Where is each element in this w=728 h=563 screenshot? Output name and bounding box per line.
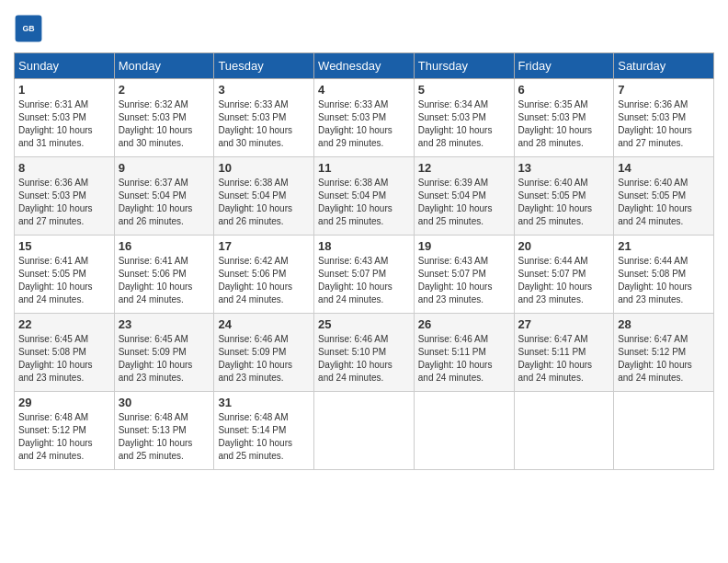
day-info: Sunrise: 6:31 AM Sunset: 5:03 PM Dayligh… <box>18 98 110 150</box>
day-number: 13 <box>518 161 610 175</box>
day-number: 7 <box>618 83 710 97</box>
calendar-body: 1 Sunrise: 6:31 AM Sunset: 5:03 PM Dayli… <box>15 79 714 470</box>
day-number: 24 <box>218 317 310 331</box>
logo-icon: GB <box>14 14 43 43</box>
day-info: Sunrise: 6:48 AM Sunset: 5:14 PM Dayligh… <box>218 411 310 463</box>
day-info: Sunrise: 6:33 AM Sunset: 5:03 PM Dayligh… <box>318 98 410 150</box>
calendar-cell: 16 Sunrise: 6:41 AM Sunset: 5:06 PM Dayl… <box>114 236 214 314</box>
day-info: Sunrise: 6:43 AM Sunset: 5:07 PM Dayligh… <box>418 255 510 306</box>
day-info: Sunrise: 6:41 AM Sunset: 5:05 PM Dayligh… <box>18 255 110 306</box>
day-number: 10 <box>218 161 310 175</box>
day-info: Sunrise: 6:36 AM Sunset: 5:03 PM Dayligh… <box>618 98 710 150</box>
day-number: 29 <box>18 396 110 409</box>
day-number: 23 <box>119 317 210 331</box>
day-number: 20 <box>518 239 610 253</box>
day-number: 8 <box>18 161 110 175</box>
svg-text:GB: GB <box>22 24 34 33</box>
day-number: 15 <box>18 239 110 253</box>
weekday-header-thursday: Thursday <box>414 53 514 79</box>
day-info: Sunrise: 6:44 AM Sunset: 5:08 PM Dayligh… <box>618 255 710 306</box>
day-number: 18 <box>318 239 410 253</box>
day-number: 30 <box>119 396 210 409</box>
calendar-cell: 22 Sunrise: 6:45 AM Sunset: 5:08 PM Dayl… <box>15 314 115 392</box>
day-info: Sunrise: 6:44 AM Sunset: 5:07 PM Dayligh… <box>518 255 610 306</box>
calendar-cell: 25 Sunrise: 6:46 AM Sunset: 5:10 PM Dayl… <box>314 314 415 392</box>
calendar-cell: 27 Sunrise: 6:47 AM Sunset: 5:11 PM Dayl… <box>514 314 614 392</box>
calendar-cell: 17 Sunrise: 6:42 AM Sunset: 5:06 PM Dayl… <box>214 236 314 314</box>
week-row-5: 29 Sunrise: 6:48 AM Sunset: 5:12 PM Dayl… <box>15 392 714 470</box>
day-info: Sunrise: 6:45 AM Sunset: 5:08 PM Dayligh… <box>18 333 110 385</box>
day-info: Sunrise: 6:47 AM Sunset: 5:12 PM Dayligh… <box>618 333 710 385</box>
calendar-cell: 3 Sunrise: 6:33 AM Sunset: 5:03 PM Dayli… <box>214 79 314 157</box>
calendar-cell: 15 Sunrise: 6:41 AM Sunset: 5:05 PM Dayl… <box>15 236 115 314</box>
calendar-cell: 12 Sunrise: 6:39 AM Sunset: 5:04 PM Dayl… <box>414 157 514 236</box>
day-number: 4 <box>318 83 410 97</box>
weekday-header-saturday: Saturday <box>614 53 714 79</box>
calendar-cell: 1 Sunrise: 6:31 AM Sunset: 5:03 PM Dayli… <box>15 79 115 157</box>
day-info: Sunrise: 6:42 AM Sunset: 5:06 PM Dayligh… <box>218 255 310 306</box>
calendar-cell: 19 Sunrise: 6:43 AM Sunset: 5:07 PM Dayl… <box>414 236 514 314</box>
day-info: Sunrise: 6:38 AM Sunset: 5:04 PM Dayligh… <box>318 177 410 228</box>
day-info: Sunrise: 6:46 AM Sunset: 5:10 PM Dayligh… <box>318 333 410 385</box>
day-info: Sunrise: 6:43 AM Sunset: 5:07 PM Dayligh… <box>318 255 410 306</box>
week-row-3: 15 Sunrise: 6:41 AM Sunset: 5:05 PM Dayl… <box>15 236 714 314</box>
calendar-table: SundayMondayTuesdayWednesdayThursdayFrid… <box>14 52 714 470</box>
day-number: 26 <box>418 317 510 331</box>
logo: GB <box>14 14 47 43</box>
calendar-cell: 10 Sunrise: 6:38 AM Sunset: 5:04 PM Dayl… <box>214 157 314 236</box>
calendar-cell: 4 Sunrise: 6:33 AM Sunset: 5:03 PM Dayli… <box>314 79 415 157</box>
day-number: 5 <box>418 83 510 97</box>
week-row-2: 8 Sunrise: 6:36 AM Sunset: 5:03 PM Dayli… <box>15 157 714 236</box>
day-number: 17 <box>218 239 310 253</box>
day-info: Sunrise: 6:40 AM Sunset: 5:05 PM Dayligh… <box>518 177 610 228</box>
day-info: Sunrise: 6:32 AM Sunset: 5:03 PM Dayligh… <box>119 98 210 150</box>
day-number: 25 <box>318 317 410 331</box>
calendar-cell: 11 Sunrise: 6:38 AM Sunset: 5:04 PM Dayl… <box>314 157 415 236</box>
day-number: 11 <box>318 161 410 175</box>
calendar-cell: 9 Sunrise: 6:37 AM Sunset: 5:04 PM Dayli… <box>114 157 214 236</box>
week-row-4: 22 Sunrise: 6:45 AM Sunset: 5:08 PM Dayl… <box>15 314 714 392</box>
calendar-cell: 30 Sunrise: 6:48 AM Sunset: 5:13 PM Dayl… <box>114 392 214 470</box>
page-header: GB <box>14 14 714 43</box>
day-info: Sunrise: 6:35 AM Sunset: 5:03 PM Dayligh… <box>518 98 610 150</box>
day-number: 2 <box>119 83 210 97</box>
calendar-cell <box>414 392 514 470</box>
weekday-header-friday: Friday <box>514 53 614 79</box>
day-info: Sunrise: 6:39 AM Sunset: 5:04 PM Dayligh… <box>418 177 510 228</box>
calendar-cell: 14 Sunrise: 6:40 AM Sunset: 5:05 PM Dayl… <box>614 157 714 236</box>
calendar-cell: 26 Sunrise: 6:46 AM Sunset: 5:11 PM Dayl… <box>414 314 514 392</box>
day-number: 9 <box>119 161 210 175</box>
calendar-cell: 20 Sunrise: 6:44 AM Sunset: 5:07 PM Dayl… <box>514 236 614 314</box>
weekday-header-tuesday: Tuesday <box>214 53 314 79</box>
day-number: 19 <box>418 239 510 253</box>
day-info: Sunrise: 6:40 AM Sunset: 5:05 PM Dayligh… <box>618 177 710 228</box>
day-number: 12 <box>418 161 510 175</box>
day-info: Sunrise: 6:34 AM Sunset: 5:03 PM Dayligh… <box>418 98 510 150</box>
day-number: 28 <box>618 317 710 331</box>
day-info: Sunrise: 6:47 AM Sunset: 5:11 PM Dayligh… <box>518 333 610 385</box>
weekday-header-wednesday: Wednesday <box>314 53 415 79</box>
day-info: Sunrise: 6:36 AM Sunset: 5:03 PM Dayligh… <box>18 177 110 228</box>
calendar-cell <box>514 392 614 470</box>
calendar-cell: 5 Sunrise: 6:34 AM Sunset: 5:03 PM Dayli… <box>414 79 514 157</box>
calendar-cell: 6 Sunrise: 6:35 AM Sunset: 5:03 PM Dayli… <box>514 79 614 157</box>
weekday-header-monday: Monday <box>114 53 214 79</box>
day-number: 14 <box>618 161 710 175</box>
day-info: Sunrise: 6:33 AM Sunset: 5:03 PM Dayligh… <box>218 98 310 150</box>
day-number: 16 <box>119 239 210 253</box>
day-info: Sunrise: 6:46 AM Sunset: 5:11 PM Dayligh… <box>418 333 510 385</box>
calendar-cell: 31 Sunrise: 6:48 AM Sunset: 5:14 PM Dayl… <box>214 392 314 470</box>
day-info: Sunrise: 6:48 AM Sunset: 5:13 PM Dayligh… <box>119 411 210 463</box>
weekday-header-row: SundayMondayTuesdayWednesdayThursdayFrid… <box>15 53 714 79</box>
day-number: 21 <box>618 239 710 253</box>
day-info: Sunrise: 6:37 AM Sunset: 5:04 PM Dayligh… <box>119 177 210 228</box>
day-info: Sunrise: 6:45 AM Sunset: 5:09 PM Dayligh… <box>119 333 210 385</box>
day-number: 27 <box>518 317 610 331</box>
day-info: Sunrise: 6:41 AM Sunset: 5:06 PM Dayligh… <box>119 255 210 306</box>
calendar-cell: 23 Sunrise: 6:45 AM Sunset: 5:09 PM Dayl… <box>114 314 214 392</box>
day-number: 31 <box>218 396 310 409</box>
day-number: 1 <box>18 83 110 97</box>
week-row-1: 1 Sunrise: 6:31 AM Sunset: 5:03 PM Dayli… <box>15 79 714 157</box>
calendar-cell: 21 Sunrise: 6:44 AM Sunset: 5:08 PM Dayl… <box>614 236 714 314</box>
day-info: Sunrise: 6:48 AM Sunset: 5:12 PM Dayligh… <box>18 411 110 463</box>
